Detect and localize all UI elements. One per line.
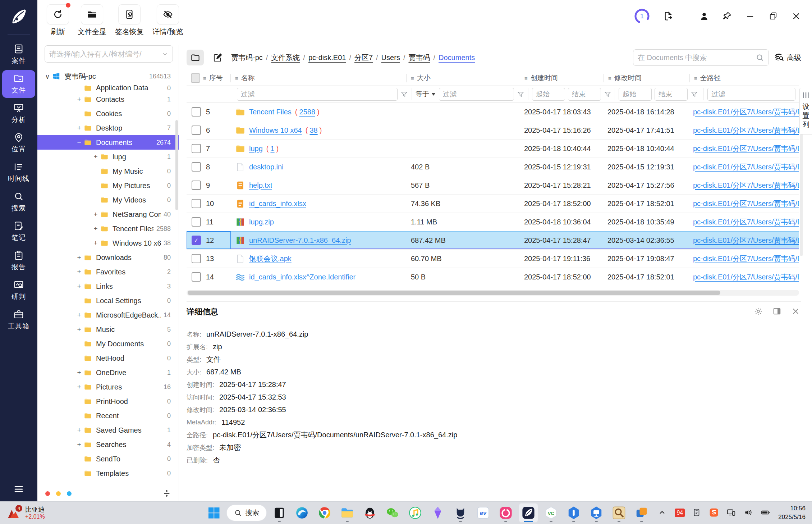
tree-node[interactable]: + Pictures 16 [37,380,179,394]
tree-node[interactable]: Templates 0 [37,466,179,480]
full-path-link[interactable]: pc-disk.E01/分区7/Users/贾韦码/Docume [693,272,799,282]
table-row[interactable]: 14 id_cards_info.xlsx^Zone.Identifier 50… [187,268,799,286]
sidebar-item-report[interactable]: 报告 [2,247,35,275]
full-path-link[interactable]: pc-disk.E01/分区7/Users/贾韦码/Docume [693,254,799,264]
tree-node[interactable]: + MicrosoftEdgeBack... 14 [37,308,179,322]
sidebar-item-location[interactable]: 位置 [2,129,35,157]
taskbar-app-everything-search[interactable] [609,503,629,523]
taskbar-app-edge[interactable] [292,503,312,523]
row-checkbox[interactable] [192,107,201,117]
red-dot-icon[interactable] [45,491,50,496]
expander-icon[interactable]: + [75,311,83,319]
taskbar-app-obs-pink[interactable] [496,503,515,523]
sogou-input-icon[interactable] [709,508,719,518]
breadcrumb-segment[interactable]: Documents [439,54,475,62]
signature-button[interactable] [118,4,141,24]
expander-icon[interactable]: + [91,225,100,233]
breadcrumb-segment[interactable]: 分区7 [354,53,373,63]
file-link[interactable]: Windows 10 x64 [249,126,302,135]
sidebar-item-notes[interactable]: 笔记 [2,218,35,245]
breadcrumb-segment[interactable]: 贾韦码-pc [231,53,263,63]
file-link[interactable]: lupg.zip [249,218,274,226]
table-row[interactable]: 10 id_cards_info.xlsx 74.36 KB 2025-04-1… [187,195,799,213]
full-path-link[interactable]: pc-disk.E01/分区7/Users/贾韦码/Docume [693,236,799,245]
child-count[interactable]: (2588) [295,108,320,116]
file-link[interactable]: help.txt [249,181,272,190]
menu-burger-icon[interactable] [13,484,24,495]
row-checkbox[interactable] [192,181,201,190]
breadcrumb-segment[interactable]: Users [381,54,400,62]
table-row[interactable]: 13 银联会议.apk 60.70 MB 2025-04-17 19:11:36… [187,250,799,268]
yellow-dot-icon[interactable] [56,491,61,496]
tree-node[interactable]: My Music 0 [37,164,179,178]
table-row[interactable]: 12 unRAIDServer-7.0.1-x86_64.zip 687.42 … [187,231,799,250]
tree-node[interactable]: − Documents 2674 [37,135,179,150]
child-count[interactable]: (1) [266,145,279,153]
full-path-link[interactable]: pc-disk.E01/分区7/Users/贾韦码/Docume [693,181,799,190]
battery-icon[interactable] [761,508,771,518]
close-icon[interactable] [791,11,801,21]
breadcrumb-segment[interactable]: 文件系统 [271,53,300,63]
tree-node[interactable]: SendTo 0 [37,452,179,466]
full-path-link[interactable]: pc-disk.E01/分区7/Users/贾韦码/Docume [693,162,799,172]
user-icon[interactable] [699,11,709,21]
minimize-icon[interactable] [745,11,755,21]
expander-icon[interactable]: + [75,254,83,261]
export-icon[interactable] [663,11,673,21]
tree-node[interactable]: My Documents 0 [37,337,179,351]
file-link[interactable]: id_cards_info.xlsx [249,200,306,208]
tree-node[interactable]: + Favorites 2 [37,265,179,279]
folder-view-button[interactable] [187,50,204,65]
expander-icon[interactable]: − [75,138,83,146]
holder-search-combobox[interactable]: 请选择/输入持有人/检材编号/ [45,45,173,63]
taskbar-app-qq[interactable] [360,503,380,523]
tree-node[interactable]: + NetSarang Comp... 40 [37,207,179,222]
panel-layout-icon[interactable] [772,307,783,317]
header-name[interactable]: ≡ 名称 [231,74,407,82]
header-index[interactable]: ≡ 序号 [187,74,231,82]
taskbar-app-vm-orange[interactable] [632,503,651,523]
full-path-link[interactable]: pc-disk.E01/分区7/Users/贾韦码/Docume [693,126,799,135]
tree-root-node[interactable]: ∨ 贾韦码-pc 164513 [37,69,179,83]
full-path-link[interactable]: pc-disk.E01/分区7/Users/贾韦码/Docume [693,107,799,117]
tree-node[interactable]: Cookies 0 [37,106,179,121]
file-link[interactable]: Tencent Files [249,108,292,116]
taskbar-app-qq-music[interactable] [405,503,425,523]
table-row[interactable]: 6 Windows 10 x64 (38) 2025-04-17 15:16:2… [187,121,799,140]
taskbar-app-shield-blue-1[interactable] [564,503,583,523]
table-row[interactable]: 11 lupg.zip 1.11 MB 2025-04-18 10:36:04 … [187,213,799,231]
speaker-icon[interactable] [744,508,754,518]
tree-node[interactable]: + Contacts 1 [37,92,179,106]
sidebar-item-timeline[interactable]: 时间线 [2,159,35,186]
tree-scrollbar[interactable] [175,120,178,210]
modified-start-input[interactable] [619,88,652,101]
tree-node[interactable]: My Videos 0 [37,193,179,207]
file-link[interactable]: desktop.ini [249,163,284,171]
tree-node[interactable]: PrintHood 0 [37,394,179,409]
taskbar-app-vc-tool[interactable]: VC [541,503,561,523]
preview-button[interactable] [157,4,179,24]
row-checkbox[interactable] [192,217,201,227]
horizontal-scrollbar[interactable] [187,290,799,296]
breadcrumb-segment[interactable]: 贾韦码 [408,53,430,63]
taskbar-app-crystal-purple[interactable] [428,503,448,523]
expander-icon[interactable]: + [75,369,83,377]
full-path-link[interactable]: pc-disk.E01/分区7/Users/贾韦码/Docume [693,199,799,209]
expander-icon[interactable]: + [75,325,83,333]
row-checkbox[interactable] [192,272,201,282]
file-link[interactable]: lupg [249,145,263,153]
ime-icon[interactable] [692,508,702,518]
expander-icon[interactable]: + [75,282,83,290]
funnel-icon[interactable] [517,91,524,98]
row-checkbox[interactable] [192,199,201,208]
row-checkbox[interactable] [192,162,201,172]
taskbar-app-chrome[interactable] [315,503,334,523]
tree-node[interactable]: + Links 3 [37,279,179,293]
chevron-down-icon[interactable]: ∨ [43,72,52,81]
full-path-link[interactable]: pc-disk.E01/分区7/Users/贾韦码/Docume [693,217,799,227]
expander-icon[interactable]: + [75,441,83,448]
header-modified[interactable]: ≡ 修改时间 [604,74,690,82]
row-checkbox[interactable] [192,126,201,135]
row-checkbox[interactable] [192,254,201,263]
sidebar-item-search[interactable]: 搜索 [2,188,35,216]
